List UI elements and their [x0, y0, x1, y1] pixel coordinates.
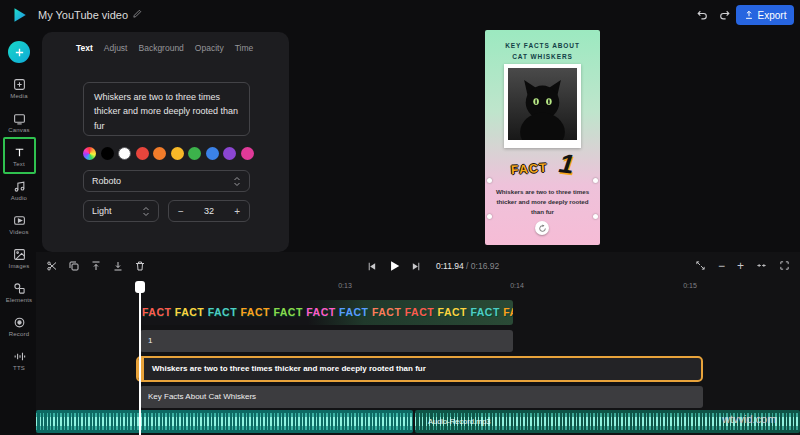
plus-icon: [14, 47, 25, 58]
canvas-icon: [13, 112, 26, 125]
playhead-line[interactable]: [139, 282, 141, 435]
tts-icon: [13, 350, 26, 363]
color-swatch[interactable]: [206, 147, 219, 160]
font-family-select[interactable]: Roboto: [83, 170, 250, 192]
rotate-icon: [538, 224, 547, 233]
color-swatch[interactable]: [118, 147, 131, 160]
color-swatch[interactable]: [83, 147, 96, 160]
zoom-out-button[interactable]: −: [718, 261, 725, 271]
sidebar-item-audio[interactable]: Audio: [0, 174, 38, 206]
zoom-fit-icon[interactable]: [695, 260, 706, 271]
selection-handle-bottom-left[interactable]: [487, 214, 492, 219]
split-icon[interactable]: [46, 260, 58, 272]
selection-handle-top-right[interactable]: [593, 178, 598, 183]
tab-background[interactable]: Background: [138, 43, 183, 53]
media-icon: [13, 78, 26, 91]
sidebar-item-record[interactable]: Record: [0, 310, 38, 342]
color-swatch[interactable]: [241, 147, 254, 160]
edit-title-icon[interactable]: [132, 8, 143, 19]
sidebar-item-videos[interactable]: Videos: [0, 208, 38, 240]
current-time: 0:11.94: [436, 261, 464, 271]
video-preview[interactable]: KEY FACTS ABOUT CAT WHISKERS FACT 1 Whis…: [485, 30, 600, 245]
increase-font-size-button[interactable]: +: [234, 206, 240, 217]
undo-icon[interactable]: [696, 8, 709, 21]
audio-icon: [13, 180, 26, 193]
zoom-in-button[interactable]: +: [737, 261, 744, 271]
timeline: 0:11.94 / 0:16.92 − + 0:13 0:14 0:15 FAC…: [36, 252, 800, 435]
videos-icon: [13, 214, 26, 227]
preview-cat-photo[interactable]: [504, 64, 581, 148]
text-content-input[interactable]: Whiskers are two to three times thicker …: [83, 82, 250, 136]
preview-heading-text[interactable]: KEY FACTS ABOUT CAT WHISKERS: [500, 40, 586, 62]
ruler-label: 0:15: [683, 282, 697, 289]
chevron-updown-icon: [142, 206, 150, 217]
rotate-handle[interactable]: [535, 221, 549, 235]
top-bar: My YouTube video Export: [0, 0, 800, 30]
keyfacts-text-clip[interactable]: Key Facts About Cat Whiskers: [140, 386, 703, 408]
layer-up-icon[interactable]: [90, 260, 102, 272]
selection-handle-bottom-right[interactable]: [593, 214, 598, 219]
tab-opacity[interactable]: Opacity: [195, 43, 224, 53]
waveform: [36, 417, 413, 425]
delete-icon[interactable]: [134, 260, 146, 272]
color-swatch[interactable]: [188, 147, 201, 160]
fact-text-clip[interactable]: FACT FACT FACT FACT FACT FACT FACT FACT …: [140, 300, 513, 325]
panel-tabs: Text Adjust Background Opacity Time: [76, 43, 253, 53]
sidebar-item-images[interactable]: Images: [0, 242, 38, 274]
preview-body-text[interactable]: Whiskers are two to three times thicker …: [495, 187, 590, 218]
sidebar-item-tts[interactable]: TTS: [0, 344, 38, 376]
record-icon: [13, 316, 26, 329]
font-size-stepper: − 32 +: [168, 200, 250, 222]
color-swatch[interactable]: [153, 147, 166, 160]
export-label: Export: [758, 10, 787, 21]
time-display: 0:11.94 / 0:16.92: [436, 261, 499, 271]
tab-time[interactable]: Time: [235, 43, 254, 53]
skip-start-icon[interactable]: [366, 261, 377, 272]
number-text-clip[interactable]: 1: [140, 330, 513, 352]
font-weight-value: Light: [92, 206, 112, 216]
preview-fact-text[interactable]: FACT 1: [485, 149, 600, 180]
sidebar-item-canvas[interactable]: Canvas: [0, 106, 38, 138]
redo-icon[interactable]: [718, 8, 731, 21]
ruler-label: 0:13: [338, 282, 352, 289]
tab-text[interactable]: Text: [76, 43, 93, 53]
watermark: wtvvid.com: [722, 413, 776, 425]
color-swatch[interactable]: [171, 147, 184, 160]
whiskers-text-clip-selected[interactable]: Whiskers are two to three times thicker …: [136, 356, 703, 382]
color-swatches: [83, 147, 254, 160]
fullscreen-icon[interactable]: [779, 260, 790, 271]
whiskers-clip-label: Whiskers are two to three times thicker …: [152, 364, 426, 373]
skip-end-icon[interactable]: [411, 261, 422, 272]
sidebar-item-elements[interactable]: Elements: [0, 276, 38, 308]
text-tool-highlight: [3, 137, 36, 174]
add-media-button[interactable]: [8, 41, 30, 63]
transport-controls: 0:11.94 / 0:16.92: [366, 259, 499, 273]
sidebar-item-media[interactable]: Media: [0, 72, 38, 104]
font-family-value: Roboto: [92, 176, 121, 186]
font-weight-select[interactable]: Light: [83, 200, 159, 222]
export-button[interactable]: Export: [736, 5, 794, 25]
audio-clip-label: Audio-Record.mp3: [428, 410, 491, 433]
decrease-font-size-button[interactable]: −: [178, 206, 184, 217]
app-logo-icon: [10, 6, 28, 24]
selection-handle-top-left[interactable]: [487, 178, 492, 183]
play-icon[interactable]: [387, 259, 401, 273]
color-swatch[interactable]: [223, 147, 236, 160]
color-swatch[interactable]: [101, 147, 114, 160]
fit-timeline-icon[interactable]: [756, 260, 767, 271]
ruler-label: 0:14: [510, 282, 524, 289]
time-separator: /: [464, 261, 471, 271]
tool-sidebar: Media Canvas Text Audio Videos Images El…: [0, 30, 38, 435]
layer-down-icon[interactable]: [112, 260, 124, 272]
project-title[interactable]: My YouTube video: [38, 9, 128, 21]
timeline-ruler[interactable]: 0:13 0:14 0:15: [36, 280, 800, 294]
tab-adjust[interactable]: Adjust: [104, 43, 128, 53]
total-time: 0:16.92: [471, 261, 499, 271]
fact-clip-text: FACT FACT FACT FACT FACT FACT FACT FACT …: [142, 306, 513, 318]
color-swatch[interactable]: [136, 147, 149, 160]
audio-clip-segment-1[interactable]: [36, 410, 413, 433]
elements-icon: [13, 282, 26, 295]
export-icon: [744, 10, 754, 20]
images-icon: [13, 248, 26, 261]
duplicate-icon[interactable]: [68, 260, 80, 272]
